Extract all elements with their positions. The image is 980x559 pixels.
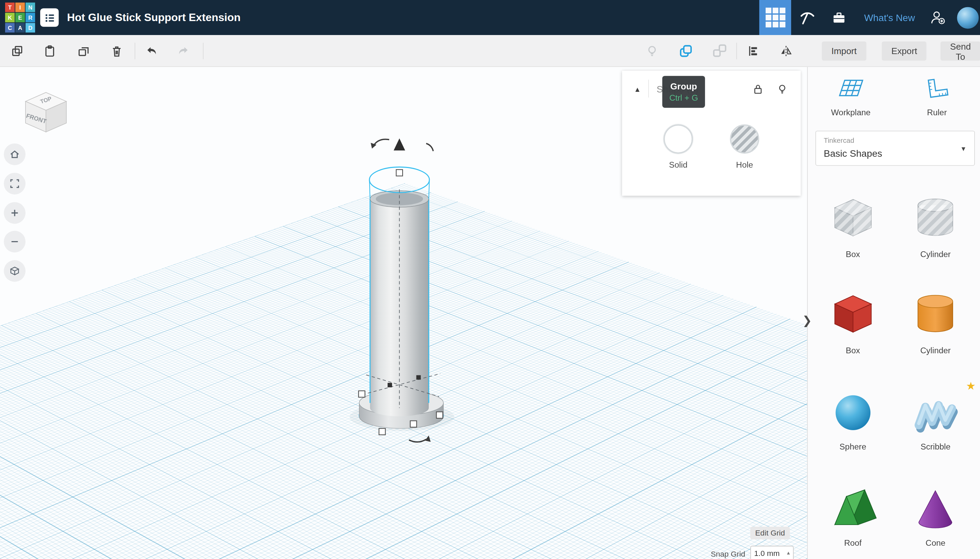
height-handle[interactable]: [396, 170, 403, 176]
shape-cylinder-striped[interactable]: Cylinder: [894, 195, 977, 259]
inspector-divider: [648, 79, 649, 98]
zoom-in-button[interactable]: [4, 202, 25, 224]
shape-scribble[interactable]: Scribble: [894, 387, 977, 451]
rotate-handle-arrow[interactable]: [425, 436, 431, 442]
group-button[interactable]: [677, 42, 695, 60]
zoom-out-button[interactable]: [4, 231, 25, 253]
fit-view-icon: [10, 179, 20, 189]
design-title[interactable]: Hot Glue Stick Support Extension: [67, 0, 240, 35]
logo-tile: N: [25, 3, 35, 12]
person-plus-icon: [930, 9, 946, 26]
home-view-button[interactable]: [4, 144, 25, 165]
invite-person-button[interactable]: [924, 0, 952, 35]
shape-roof[interactable]: Roof: [812, 483, 894, 547]
scale-corner-handle[interactable]: [359, 391, 365, 397]
toolbar-separator: [203, 43, 204, 60]
shape-cone[interactable]: Cone: [894, 483, 977, 547]
workplane-tool[interactable]: Workplane: [808, 77, 894, 117]
hole-swatch[interactable]: [730, 124, 759, 154]
shape-gallery: Box Cylinder Box: [812, 195, 977, 548]
library-title: Basic Shapes: [824, 148, 882, 159]
duplicate-icon: [76, 44, 91, 58]
chevron-down-icon: ▼: [960, 146, 967, 153]
redo-icon: [177, 44, 191, 58]
ungroup-icon: [712, 43, 728, 59]
build-pickaxe-button[interactable]: [791, 0, 824, 35]
logo-tile: R: [25, 13, 35, 22]
toolbar-separator: [135, 43, 136, 60]
roof-icon: [828, 483, 877, 533]
ruler-icon: [923, 77, 951, 100]
spinner-caret-icon[interactable]: ▴: [787, 550, 790, 556]
solid-swatch[interactable]: [663, 124, 693, 154]
align-button[interactable]: [745, 42, 763, 60]
copy-icon: [10, 44, 24, 58]
box-red-icon: [828, 291, 877, 341]
minus-icon: [10, 237, 20, 247]
ruler-tool[interactable]: Ruler: [894, 77, 980, 117]
copy-button[interactable]: [8, 42, 26, 60]
dashboard-grid-button[interactable]: [759, 0, 791, 35]
ruler-label: Ruler: [927, 108, 947, 117]
snap-grid-select[interactable]: 1.0 mm ▴: [750, 546, 794, 559]
favorite-star-icon[interactable]: ★: [966, 379, 976, 393]
duplicate-button[interactable]: [75, 42, 93, 60]
logo-tile: D: [25, 23, 35, 33]
lock-icon: [752, 83, 764, 96]
shape-box-striped[interactable]: Box: [812, 195, 894, 259]
shape-box-red[interactable]: Box: [812, 291, 894, 355]
whats-new-link[interactable]: What's New: [864, 12, 915, 23]
import-button[interactable]: Import: [822, 41, 866, 61]
redo-button[interactable]: [175, 42, 193, 60]
grid-icon: [766, 8, 785, 28]
show-all-button[interactable]: [643, 42, 661, 60]
list-icon: [43, 12, 55, 23]
scale-corner-handle[interactable]: [410, 421, 417, 427]
top-bar: T I N K E R C A D Hot Glue Stick Support…: [0, 0, 980, 35]
solid-label: Solid: [659, 160, 698, 170]
logo-tile: I: [15, 3, 25, 12]
shape-cylinder-orange[interactable]: Cylinder: [894, 291, 977, 355]
delete-button[interactable]: [108, 42, 126, 60]
ungroup-button[interactable]: [711, 42, 729, 60]
logo-tile: E: [15, 13, 25, 22]
raise-handle-cone[interactable]: [394, 138, 405, 150]
perspective-cube-icon: [10, 266, 20, 276]
undo-button[interactable]: [142, 42, 160, 60]
shape-library-dropdown[interactable]: Tinkercad Basic Shapes ▼: [815, 131, 975, 165]
briefcase-button[interactable]: [824, 0, 856, 35]
scale-mid-handle[interactable]: [416, 375, 421, 379]
inspector-header: ▲ Shape (3): [622, 71, 801, 106]
snap-grid-label: Snap Grid: [701, 549, 745, 558]
box-striped-icon: [828, 195, 877, 244]
inspector-collapse-button[interactable]: ▲: [630, 82, 645, 97]
design-menu-button[interactable]: [40, 8, 58, 26]
scale-corner-handle[interactable]: [379, 428, 386, 435]
paste-button[interactable]: [41, 42, 59, 60]
user-avatar[interactable]: [957, 7, 979, 28]
logo-tile: T: [5, 3, 15, 12]
scale-mid-handle[interactable]: [388, 383, 392, 387]
group-icon: [678, 43, 693, 59]
shape-sphere[interactable]: Sphere: [812, 387, 894, 451]
paste-icon: [43, 44, 57, 58]
fit-view-button[interactable]: [4, 173, 25, 195]
lightbulb-icon: [776, 83, 789, 96]
shapes-sidebar: Workplane Ruler Tinkercad Basic Shapes ▼: [807, 67, 980, 559]
library-brand: Tinkercad: [824, 136, 854, 144]
tinkercad-app: T I N K E R C A D Hot Glue Stick Support…: [0, 0, 980, 559]
rotate-handle-arc[interactable]: [409, 439, 426, 442]
scale-corner-handle[interactable]: [436, 412, 443, 418]
hide-button[interactable]: [774, 82, 790, 97]
lock-button[interactable]: [750, 82, 766, 97]
edit-grid-button[interactable]: Edit Grid: [750, 527, 790, 540]
view-cube[interactable]: TOP FRONT: [19, 86, 73, 140]
mirror-button[interactable]: [777, 42, 795, 60]
export-button[interactable]: Export: [882, 41, 927, 61]
perspective-toggle-button[interactable]: [4, 260, 25, 282]
workplane-label: Workplane: [831, 108, 871, 117]
tinkercad-logo[interactable]: T I N K E R C A D: [5, 3, 35, 33]
sidebar-collapse-chevron[interactable]: ❯: [799, 311, 816, 330]
rotate-handle-arc[interactable]: [426, 144, 433, 151]
send-to-button[interactable]: Send To: [940, 41, 980, 61]
